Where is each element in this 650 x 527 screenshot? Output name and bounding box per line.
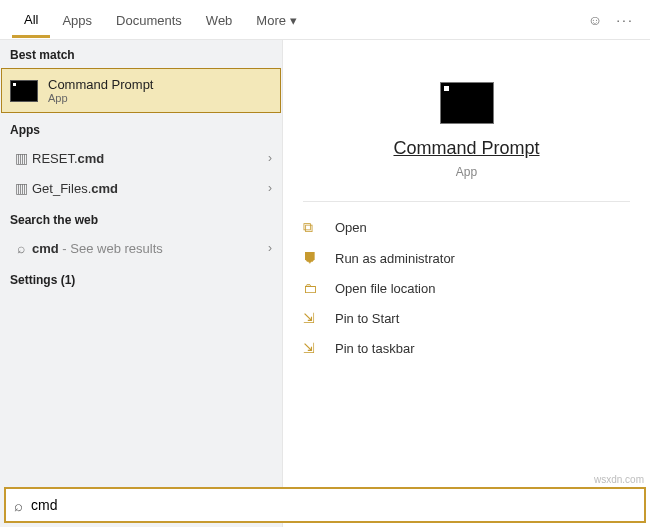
script-icon: ▥	[10, 150, 32, 166]
action-run-as-admin[interactable]: ⛊Run as administrator	[303, 243, 630, 273]
command-prompt-icon	[440, 82, 494, 124]
action-open[interactable]: ⧉Open	[303, 212, 630, 243]
search-bar[interactable]: ⌕	[4, 487, 646, 523]
tab-more[interactable]: More▾	[244, 3, 309, 36]
action-pin-to-start[interactable]: ⇲Pin to Start	[303, 303, 630, 333]
script-icon: ▥	[10, 180, 32, 196]
best-match-title: Command Prompt	[48, 77, 153, 92]
chevron-right-icon: ›	[268, 151, 272, 165]
more-options-icon[interactable]: ···	[610, 12, 640, 28]
tab-documents[interactable]: Documents	[104, 3, 194, 36]
pin-icon: ⇲	[303, 340, 321, 356]
open-icon: ⧉	[303, 219, 321, 236]
preview-pane: Command Prompt App ⧉Open ⛊Run as adminis…	[283, 40, 650, 527]
chevron-right-icon: ›	[268, 181, 272, 195]
app-item-reset-cmd[interactable]: ▥ RESET.cmd ›	[0, 143, 282, 173]
action-pin-to-taskbar[interactable]: ⇲Pin to taskbar	[303, 333, 630, 363]
shield-icon: ⛊	[303, 250, 321, 266]
tab-apps[interactable]: Apps	[50, 3, 104, 36]
search-icon: ⌕	[14, 497, 23, 514]
best-match-item[interactable]: Command Prompt App	[1, 68, 281, 113]
web-result-item[interactable]: ⌕ cmd - See web results ›	[0, 233, 282, 263]
apps-header: Apps	[0, 113, 282, 143]
best-match-subtitle: App	[48, 92, 153, 104]
search-tabs: All Apps Documents Web More▾ ☺ ···	[0, 0, 650, 40]
chevron-right-icon: ›	[268, 241, 272, 255]
results-pane: Best match Command Prompt App Apps ▥ RES…	[0, 40, 283, 527]
app-item-get-files-cmd[interactable]: ▥ Get_Files.cmd ›	[0, 173, 282, 203]
folder-icon: 🗀	[303, 280, 321, 296]
preview-subtitle: App	[303, 165, 630, 179]
preview-title[interactable]: Command Prompt	[303, 138, 630, 159]
action-open-file-location[interactable]: 🗀Open file location	[303, 273, 630, 303]
chevron-down-icon: ▾	[290, 13, 297, 28]
separator	[303, 201, 630, 202]
settings-header[interactable]: Settings (1)	[0, 263, 282, 293]
best-match-header: Best match	[0, 40, 282, 68]
search-web-header: Search the web	[0, 203, 282, 233]
feedback-icon[interactable]: ☺	[580, 12, 610, 28]
search-input[interactable]	[31, 497, 636, 513]
pin-icon: ⇲	[303, 310, 321, 326]
main-area: Best match Command Prompt App Apps ▥ RES…	[0, 40, 650, 527]
tab-web[interactable]: Web	[194, 3, 245, 36]
search-icon: ⌕	[10, 240, 32, 256]
watermark: wsxdn.com	[594, 474, 644, 485]
tab-all[interactable]: All	[12, 2, 50, 38]
command-prompt-icon	[10, 80, 38, 102]
